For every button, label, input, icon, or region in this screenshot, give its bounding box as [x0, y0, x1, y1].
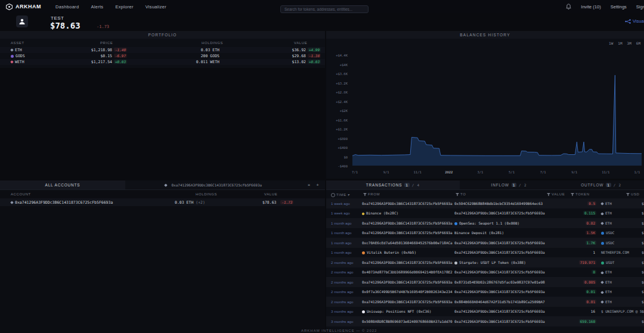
transaction-row[interactable]: 1 week agoBinance (0x28C)0xa741296A3F9DD… [326, 208, 644, 219]
tx-from[interactable]: 0xa741296A3F9DDc3B6C1431873C6725cFb5F669… [362, 201, 454, 206]
transactions-page[interactable]: 1 [404, 183, 409, 187]
transaction-row[interactable]: 1 month agoVitalik Buterin (0xAb5)0xa741… [326, 248, 644, 258]
tx-from[interactable]: 0xc70AE6cEd7a64d5013604669452576b00e718A… [362, 241, 454, 245]
tx-time[interactable]: 1 month ago [331, 241, 362, 245]
transaction-row[interactable]: 1 month ago0xa741296A3F9DDc3B6C1431873C6… [326, 228, 644, 238]
nav-item-alerts[interactable]: Alerts [91, 4, 103, 10]
tx-from[interactable]: 0x4073Ad877bC3DD3689966d00694214B0fEA178… [362, 270, 454, 274]
tx-time[interactable]: 1 month ago [331, 231, 362, 235]
tx-to[interactable]: 0x8731d54E9D02c286767d5fac03e9837C97e01e… [454, 280, 565, 284]
tx-time[interactable]: 3 months ago [331, 319, 362, 323]
asset-name[interactable]: GODS [11, 54, 67, 58]
tx-from[interactable]: 0x0f7a36C499D5B67d4B7b169540F2B0026343e2… [362, 290, 454, 294]
transaction-row[interactable]: 3 months agoUniswap: Positions NFT (0xC3… [326, 307, 644, 317]
tx-to[interactable]: Binance Deposit (0x281) [454, 231, 565, 235]
transaction-row[interactable]: 2 months ago0xa741296A3F9DDc3B6C1431873C… [326, 257, 644, 267]
notifications-bell-icon[interactable] [566, 4, 571, 10]
tx-from[interactable]: Uniswap: Positions NFT (0xC36) [362, 309, 454, 313]
tx-to[interactable]: 0xa741296A3F9DDc3B6C1431873C6725cFb5F669… [454, 319, 565, 323]
add-account-icon[interactable]: + [316, 183, 319, 188]
account-row[interactable]: 0xa741296A3F9DDc3B6C1431873C6725cFb5F669… [0, 198, 325, 206]
tx-from[interactable]: 0x5080A8D8C8B8696073e02409768660BA37a1dd… [362, 319, 454, 323]
col-to[interactable]: TO [456, 192, 466, 196]
tx-token[interactable]: ETH [599, 201, 642, 206]
tx-time[interactable]: 2 months ago [331, 280, 362, 284]
transaction-row[interactable]: 1 month ago0xc70AE6cEd7a64d5013604669452… [326, 238, 644, 248]
inflow-page[interactable]: 1 [512, 183, 516, 187]
search-input[interactable] [280, 5, 369, 13]
tx-to[interactable]: 0xa741296A3F9DDc3B6C1431873C6725cFb5F669… [454, 250, 565, 254]
nav-item-settings[interactable]: Settings [611, 4, 627, 10]
asset-name[interactable]: ETH [11, 48, 67, 52]
tx-time[interactable]: 1 week ago [331, 211, 362, 215]
tx-from[interactable]: 0xa741296A3F9DDc3B6C1431873C6725cFb5F669… [362, 231, 454, 235]
portfolio-row[interactable]: GODS$0.15-6.97200 GODS$29.68-1.38 [0, 53, 325, 59]
tab-account-address[interactable]: 0xa741296A3F9DDc3B6C1431873C6725cFb5F669… [125, 180, 302, 189]
asset-name[interactable]: WETH [11, 60, 67, 64]
outflow-page[interactable]: 1 [606, 183, 611, 187]
tx-to[interactable]: 0xa741296A3F9DDc3B6C1431873C6725cFb5F669… [454, 290, 565, 294]
tx-token[interactable]: USDT [599, 260, 642, 264]
tx-time[interactable]: 2 months ago [331, 270, 362, 274]
tx-token[interactable]: $ UNISWAPLP.COM @ 5.75 [599, 309, 642, 313]
tx-from[interactable]: Vitalik Buterin (0xAb5) [362, 250, 454, 254]
tx-token[interactable]: USDC [599, 231, 642, 235]
tab-transactions[interactable]: TRANSACTIONS 1 / 4 [326, 180, 460, 189]
range-3m[interactable]: 3M [627, 41, 631, 45]
nav-item-explorer[interactable]: Explorer [115, 4, 133, 10]
transaction-row[interactable]: 2 months ago0x0f7a36C499D5B67d4B7b169540… [326, 287, 644, 297]
tab-all-accounts[interactable]: ALL ACCOUNTS [0, 180, 125, 189]
tx-time[interactable]: 2 months ago [331, 300, 362, 304]
col-time[interactable]: TIME [331, 192, 349, 197]
tx-time[interactable]: 3 months ago [331, 309, 362, 313]
range-1m[interactable]: 1M [618, 41, 622, 45]
transaction-row[interactable]: 1 week ago0xa741296A3F9DDc3B6C1431873C67… [326, 198, 644, 208]
tx-time[interactable]: 2 months ago [331, 260, 362, 264]
portfolio-row[interactable]: WETH$1,217.54+0.030.011 WETH$13.02+0.03 [0, 59, 325, 65]
tx-token[interactable]: ETH [599, 280, 642, 284]
tx-to[interactable]: 0xa741296A3F9DDc3B6C1431873C6725cFb5F669… [454, 211, 565, 215]
arkham-logo[interactable]: ARKHAM [6, 4, 41, 10]
tx-token[interactable]: ETH [599, 290, 642, 294]
tx-from[interactable]: 0xa741296A3F9DDc3B6C1431873C6725cFb5F669… [362, 300, 454, 304]
tx-token[interactable]: NETHERFIN.COM [599, 250, 642, 254]
tx-to[interactable]: Stargate: USDT LP Token (0x38E) [454, 260, 565, 264]
transaction-row[interactable]: 3 months ago0x5080A8D8C8B8696073e0240976… [326, 316, 644, 326]
tx-from[interactable]: Binance (0x28C) [362, 211, 454, 215]
col-tx-value[interactable]: VALUE [547, 192, 565, 196]
tx-time[interactable]: 1 week ago [331, 201, 362, 206]
account-address[interactable]: 0xa741296A3F9DDc3B6C1431873C6725cFb5F669… [11, 200, 113, 205]
nav-item-invite-[interactable]: Invite (10) [581, 4, 600, 10]
tx-time[interactable]: 2 months ago [331, 290, 362, 294]
tx-from[interactable]: 0xa741296A3F9DDc3B6C1431873C6725cFb5F669… [362, 280, 454, 284]
range-1w[interactable]: 1W [609, 41, 613, 45]
col-from[interactable]: FROM [363, 192, 380, 196]
tx-time[interactable]: 1 month ago [331, 221, 362, 225]
tx-to[interactable]: 0x594C629B68B84Bdb1bcbC9354d169499B64ec6… [454, 201, 565, 206]
tx-token[interactable]: ETH [599, 221, 642, 225]
range-6m[interactable]: 6M [636, 41, 640, 45]
nav-item-dashboard[interactable]: Dashboard [55, 4, 79, 10]
close-tab-icon[interactable]: × [308, 183, 311, 188]
tx-to[interactable]: OpenSea: Seaport 1.1 (0x00B) [454, 221, 565, 225]
tx-to[interactable]: 0xa741296A3F9DDc3B6C1431873C6725cFb5F669… [454, 270, 565, 274]
tx-to[interactable]: 0xa741296A3F9DDc3B6C1431873C6725cFb5F669… [454, 241, 565, 245]
tx-token[interactable]: USDC [599, 241, 642, 245]
tx-token[interactable]: ETH [599, 211, 642, 215]
balances-chart[interactable]: +$4.4K+$4K+$3.6K+$3.2K+$2.8K+$2.4K+$2K+$… [326, 49, 644, 179]
tx-from[interactable]: 0xa741296A3F9DDc3B6C1431873C6725cFb5F669… [362, 260, 454, 264]
tx-to[interactable]: 0x884B660A0464d67A2F31d57b1741b89Ca2509B… [454, 300, 565, 304]
visualize-link[interactable]: Visualize [625, 18, 644, 24]
transaction-row[interactable]: 1 month ago0xa741296A3F9DDc3B6C1431873C6… [326, 218, 644, 228]
tab-outflow[interactable]: OUTFLOW 1 / 2 [558, 180, 644, 189]
transaction-row[interactable]: 2 months ago0x4073Ad877bC3DD3689966d0069… [326, 267, 644, 278]
nav-item-sign-out[interactable]: Sign Out [636, 4, 644, 10]
col-token[interactable]: TOKEN [571, 192, 590, 196]
portfolio-row[interactable]: ETH$1,218.98-1.400.03 ETH$36.92+4.99 [0, 47, 325, 53]
tx-from[interactable]: 0xa741296A3F9DDc3B6C1431873C6725cFb5F669… [362, 221, 454, 225]
transaction-row[interactable]: 2 months ago0xa741296A3F9DDc3B6C1431873C… [326, 297, 644, 307]
tab-inflow[interactable]: INFLOW 1 / 2 [460, 180, 558, 189]
tx-to[interactable]: 0xa741296A3F9DDc3B6C1431873C6725cFb5F669… [454, 309, 565, 313]
transaction-row[interactable]: 2 months ago0xa741296A3F9DDc3B6C1431873C… [326, 277, 644, 287]
col-usd[interactable]: USD [626, 192, 639, 196]
